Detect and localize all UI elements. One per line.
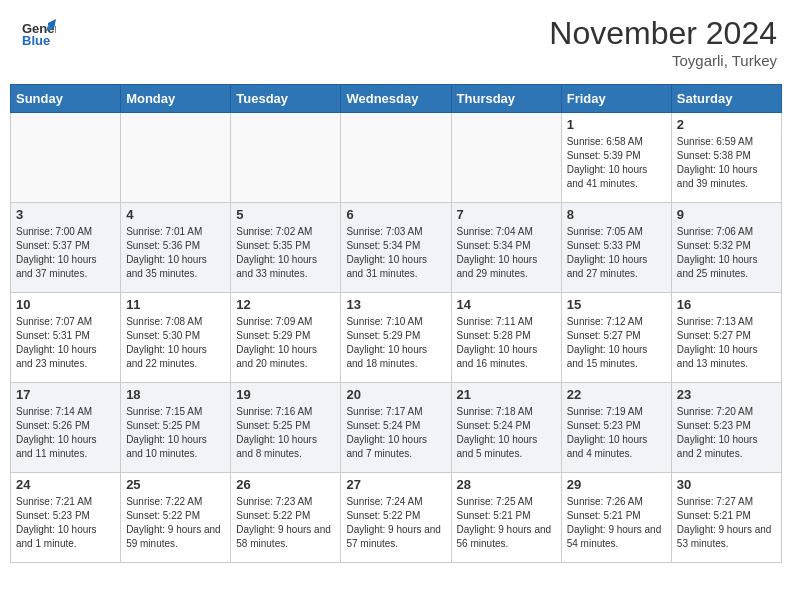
- day-number: 23: [677, 387, 776, 402]
- day-number: 25: [126, 477, 225, 492]
- logo-mark: General Blue: [20, 15, 56, 55]
- day-info: Sunrise: 7:21 AM Sunset: 5:23 PM Dayligh…: [16, 495, 115, 551]
- day-number: 24: [16, 477, 115, 492]
- calendar-table: SundayMondayTuesdayWednesdayThursdayFrid…: [10, 84, 782, 563]
- day-number: 10: [16, 297, 115, 312]
- day-number: 11: [126, 297, 225, 312]
- day-info: Sunrise: 7:20 AM Sunset: 5:23 PM Dayligh…: [677, 405, 776, 461]
- day-number: 5: [236, 207, 335, 222]
- weekday-header-monday: Monday: [121, 85, 231, 113]
- calendar-day-1: 1Sunrise: 6:58 AM Sunset: 5:39 PM Daylig…: [561, 113, 671, 203]
- day-number: 8: [567, 207, 666, 222]
- calendar-day-6: 6Sunrise: 7:03 AM Sunset: 5:34 PM Daylig…: [341, 203, 451, 293]
- day-info: Sunrise: 7:08 AM Sunset: 5:30 PM Dayligh…: [126, 315, 225, 371]
- day-info: Sunrise: 7:09 AM Sunset: 5:29 PM Dayligh…: [236, 315, 335, 371]
- day-info: Sunrise: 7:14 AM Sunset: 5:26 PM Dayligh…: [16, 405, 115, 461]
- calendar-day-21: 21Sunrise: 7:18 AM Sunset: 5:24 PM Dayli…: [451, 383, 561, 473]
- day-info: Sunrise: 7:04 AM Sunset: 5:34 PM Dayligh…: [457, 225, 556, 281]
- calendar-day-5: 5Sunrise: 7:02 AM Sunset: 5:35 PM Daylig…: [231, 203, 341, 293]
- day-number: 26: [236, 477, 335, 492]
- day-info: Sunrise: 7:15 AM Sunset: 5:25 PM Dayligh…: [126, 405, 225, 461]
- day-number: 13: [346, 297, 445, 312]
- day-number: 21: [457, 387, 556, 402]
- day-info: Sunrise: 7:24 AM Sunset: 5:22 PM Dayligh…: [346, 495, 445, 551]
- weekday-header-row: SundayMondayTuesdayWednesdayThursdayFrid…: [11, 85, 782, 113]
- day-number: 14: [457, 297, 556, 312]
- calendar-day-16: 16Sunrise: 7:13 AM Sunset: 5:27 PM Dayli…: [671, 293, 781, 383]
- calendar-day-22: 22Sunrise: 7:19 AM Sunset: 5:23 PM Dayli…: [561, 383, 671, 473]
- title-block: November 2024 Toygarli, Turkey: [549, 15, 777, 69]
- day-number: 30: [677, 477, 776, 492]
- calendar-day-26: 26Sunrise: 7:23 AM Sunset: 5:22 PM Dayli…: [231, 473, 341, 563]
- weekday-header-wednesday: Wednesday: [341, 85, 451, 113]
- calendar-day-24: 24Sunrise: 7:21 AM Sunset: 5:23 PM Dayli…: [11, 473, 121, 563]
- calendar-day-9: 9Sunrise: 7:06 AM Sunset: 5:32 PM Daylig…: [671, 203, 781, 293]
- day-info: Sunrise: 7:06 AM Sunset: 5:32 PM Dayligh…: [677, 225, 776, 281]
- day-info: Sunrise: 7:25 AM Sunset: 5:21 PM Dayligh…: [457, 495, 556, 551]
- calendar-day-11: 11Sunrise: 7:08 AM Sunset: 5:30 PM Dayli…: [121, 293, 231, 383]
- logo: General Blue: [20, 15, 56, 55]
- day-info: Sunrise: 7:00 AM Sunset: 5:37 PM Dayligh…: [16, 225, 115, 281]
- location-title: Toygarli, Turkey: [549, 52, 777, 69]
- calendar-week-3: 10Sunrise: 7:07 AM Sunset: 5:31 PM Dayli…: [11, 293, 782, 383]
- calendar-day-15: 15Sunrise: 7:12 AM Sunset: 5:27 PM Dayli…: [561, 293, 671, 383]
- calendar-day-17: 17Sunrise: 7:14 AM Sunset: 5:26 PM Dayli…: [11, 383, 121, 473]
- calendar-day-28: 28Sunrise: 7:25 AM Sunset: 5:21 PM Dayli…: [451, 473, 561, 563]
- calendar-day-8: 8Sunrise: 7:05 AM Sunset: 5:33 PM Daylig…: [561, 203, 671, 293]
- calendar-day-10: 10Sunrise: 7:07 AM Sunset: 5:31 PM Dayli…: [11, 293, 121, 383]
- day-number: 28: [457, 477, 556, 492]
- calendar-day-13: 13Sunrise: 7:10 AM Sunset: 5:29 PM Dayli…: [341, 293, 451, 383]
- calendar-day-7: 7Sunrise: 7:04 AM Sunset: 5:34 PM Daylig…: [451, 203, 561, 293]
- day-info: Sunrise: 7:02 AM Sunset: 5:35 PM Dayligh…: [236, 225, 335, 281]
- weekday-header-saturday: Saturday: [671, 85, 781, 113]
- calendar-day-empty-4: [451, 113, 561, 203]
- day-info: Sunrise: 7:11 AM Sunset: 5:28 PM Dayligh…: [457, 315, 556, 371]
- calendar-week-1: 1Sunrise: 6:58 AM Sunset: 5:39 PM Daylig…: [11, 113, 782, 203]
- day-number: 17: [16, 387, 115, 402]
- day-number: 9: [677, 207, 776, 222]
- day-info: Sunrise: 7:23 AM Sunset: 5:22 PM Dayligh…: [236, 495, 335, 551]
- day-info: Sunrise: 7:27 AM Sunset: 5:21 PM Dayligh…: [677, 495, 776, 551]
- day-number: 16: [677, 297, 776, 312]
- calendar-day-18: 18Sunrise: 7:15 AM Sunset: 5:25 PM Dayli…: [121, 383, 231, 473]
- weekday-header-tuesday: Tuesday: [231, 85, 341, 113]
- day-info: Sunrise: 7:13 AM Sunset: 5:27 PM Dayligh…: [677, 315, 776, 371]
- day-info: Sunrise: 6:59 AM Sunset: 5:38 PM Dayligh…: [677, 135, 776, 191]
- day-info: Sunrise: 7:18 AM Sunset: 5:24 PM Dayligh…: [457, 405, 556, 461]
- day-number: 1: [567, 117, 666, 132]
- day-info: Sunrise: 7:16 AM Sunset: 5:25 PM Dayligh…: [236, 405, 335, 461]
- day-info: Sunrise: 7:17 AM Sunset: 5:24 PM Dayligh…: [346, 405, 445, 461]
- page-header: General Blue November 2024 Toygarli, Tur…: [10, 10, 782, 74]
- calendar-day-25: 25Sunrise: 7:22 AM Sunset: 5:22 PM Dayli…: [121, 473, 231, 563]
- day-number: 4: [126, 207, 225, 222]
- calendar-day-27: 27Sunrise: 7:24 AM Sunset: 5:22 PM Dayli…: [341, 473, 451, 563]
- day-info: Sunrise: 7:10 AM Sunset: 5:29 PM Dayligh…: [346, 315, 445, 371]
- calendar-day-19: 19Sunrise: 7:16 AM Sunset: 5:25 PM Dayli…: [231, 383, 341, 473]
- calendar-week-2: 3Sunrise: 7:00 AM Sunset: 5:37 PM Daylig…: [11, 203, 782, 293]
- day-number: 7: [457, 207, 556, 222]
- calendar-day-4: 4Sunrise: 7:01 AM Sunset: 5:36 PM Daylig…: [121, 203, 231, 293]
- calendar-day-12: 12Sunrise: 7:09 AM Sunset: 5:29 PM Dayli…: [231, 293, 341, 383]
- calendar-week-5: 24Sunrise: 7:21 AM Sunset: 5:23 PM Dayli…: [11, 473, 782, 563]
- weekday-header-thursday: Thursday: [451, 85, 561, 113]
- svg-text:Blue: Blue: [22, 33, 50, 48]
- calendar-day-3: 3Sunrise: 7:00 AM Sunset: 5:37 PM Daylig…: [11, 203, 121, 293]
- day-number: 6: [346, 207, 445, 222]
- month-title: November 2024: [549, 15, 777, 52]
- calendar-week-4: 17Sunrise: 7:14 AM Sunset: 5:26 PM Dayli…: [11, 383, 782, 473]
- day-number: 2: [677, 117, 776, 132]
- calendar-day-empty-0: [11, 113, 121, 203]
- day-info: Sunrise: 7:01 AM Sunset: 5:36 PM Dayligh…: [126, 225, 225, 281]
- day-info: Sunrise: 6:58 AM Sunset: 5:39 PM Dayligh…: [567, 135, 666, 191]
- day-info: Sunrise: 7:07 AM Sunset: 5:31 PM Dayligh…: [16, 315, 115, 371]
- day-number: 15: [567, 297, 666, 312]
- day-number: 27: [346, 477, 445, 492]
- calendar-day-20: 20Sunrise: 7:17 AM Sunset: 5:24 PM Dayli…: [341, 383, 451, 473]
- calendar-day-empty-3: [341, 113, 451, 203]
- day-number: 3: [16, 207, 115, 222]
- calendar-day-23: 23Sunrise: 7:20 AM Sunset: 5:23 PM Dayli…: [671, 383, 781, 473]
- weekday-header-sunday: Sunday: [11, 85, 121, 113]
- day-number: 19: [236, 387, 335, 402]
- calendar-day-empty-1: [121, 113, 231, 203]
- calendar-day-14: 14Sunrise: 7:11 AM Sunset: 5:28 PM Dayli…: [451, 293, 561, 383]
